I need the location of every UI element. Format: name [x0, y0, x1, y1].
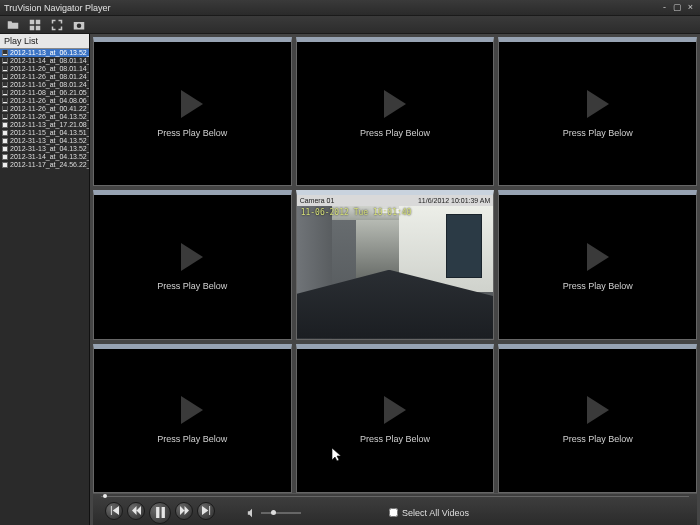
app-title: TruVision Navigator Player [4, 3, 111, 13]
playlist-item[interactable]: 2012-11-26_at_08.01.14_from_Cam [0, 65, 89, 73]
svg-rect-1 [36, 19, 41, 24]
camera-name: Camera 01 [300, 197, 335, 204]
playlist-checkbox[interactable] [2, 66, 8, 72]
playlist-header: Play List [0, 34, 89, 49]
play-icon [384, 90, 406, 118]
playlist-item[interactable]: 2012-31-13_at_04.13.52_from_BCam [0, 145, 89, 153]
playlist-item-label: 2012-11-14_at_08.01.14_from_Cam [10, 57, 89, 65]
video-tile-empty[interactable]: Press Play Below [498, 344, 697, 493]
playlist-checkbox[interactable] [2, 122, 8, 128]
scrub-handle[interactable] [103, 494, 107, 498]
playlist-item[interactable]: 2012-11-26_at_08.01.24_from_Cam [0, 73, 89, 81]
playlist-checkbox[interactable] [2, 154, 8, 160]
video-grid: Press Play BelowPress Play BelowPress Pl… [93, 37, 697, 493]
play-pause-button[interactable] [149, 502, 171, 524]
video-tile-empty[interactable]: Press Play Below [93, 344, 292, 493]
close-button[interactable]: × [685, 2, 696, 13]
svg-rect-7 [161, 507, 164, 518]
press-play-label: Press Play Below [157, 434, 227, 444]
svg-rect-2 [30, 25, 35, 30]
scrub-track[interactable] [101, 496, 689, 497]
playlist-item[interactable]: 2012-11-13_at_06.13.52_from_Cam [0, 49, 89, 57]
playlist-item-label: 2012-11-15_at_04.13.51_from_Cam [10, 129, 89, 137]
playlist-checkbox[interactable] [2, 162, 8, 168]
next-button[interactable] [197, 502, 215, 520]
playlist-item[interactable]: 2012-31-13_at_04.13.52_from_Cam [0, 137, 89, 145]
svg-point-5 [77, 23, 82, 28]
playlist-item-label: 2012-11-26_at_04.13.52_from_Cam [10, 113, 89, 121]
prev-button[interactable] [105, 502, 123, 520]
playlist-item[interactable]: 2012-11-14_at_08.01.14_from_Cam [0, 57, 89, 65]
play-icon [587, 396, 609, 424]
playlist-item[interactable]: 2012-11-08_at_06.21.05_from_Cam [0, 89, 89, 97]
volume-slider[interactable] [261, 512, 301, 514]
playlist-item[interactable]: 2012-11-16_at_08.01.24_from_Cam [0, 81, 89, 89]
playlist-item-label: 2012-11-17_at_24.56.22_from_Cam [10, 161, 89, 169]
video-tile-empty[interactable]: Press Play Below [296, 344, 495, 493]
video-tile-active[interactable]: Camera 0111/6/2012 10:01:39 AM11-06-2012… [296, 190, 495, 339]
playlist-item[interactable]: 2012-11-17_at_24.56.22_from_Cam [0, 161, 89, 169]
play-icon [181, 396, 203, 424]
playlist-checkbox[interactable] [2, 90, 8, 96]
tile-clock: 11/6/2012 10:01:39 AM [418, 197, 490, 204]
fullscreen-icon[interactable] [50, 18, 64, 32]
tile-infobar: Camera 0111/6/2012 10:01:39 AM [297, 195, 494, 206]
press-play-label: Press Play Below [360, 434, 430, 444]
playlist-item-label: 2012-11-26_at_00.41.22_from_Cam [10, 105, 89, 113]
rewind-button[interactable] [127, 502, 145, 520]
snapshot-icon[interactable] [72, 18, 86, 32]
video-tile-empty[interactable]: Press Play Below [296, 37, 495, 186]
playlist-item[interactable]: 2012-31-14_at_04.13.52_from_Cam [0, 153, 89, 161]
playlist-item[interactable]: 2012-11-13_at_17.21.08_from_Cam [0, 121, 89, 129]
fastforward-button[interactable] [175, 502, 193, 520]
playlist-checkbox[interactable] [2, 106, 8, 112]
press-play-label: Press Play Below [563, 128, 633, 138]
playlist-item-label: 2012-11-26_at_08.01.14_from_Cam [10, 65, 89, 73]
svg-rect-3 [36, 25, 41, 30]
playlist-item[interactable]: 2012-11-15_at_04.13.51_from_Cam [0, 129, 89, 137]
minimize-button[interactable]: - [659, 2, 670, 13]
select-all-checkbox[interactable] [389, 508, 398, 517]
volume-control[interactable] [247, 508, 301, 518]
press-play-label: Press Play Below [157, 128, 227, 138]
select-all-videos[interactable]: Select All Videos [389, 508, 469, 518]
video-tile-empty[interactable]: Press Play Below [498, 37, 697, 186]
playlist-item-label: 2012-31-14_at_04.13.52_from_Cam [10, 153, 89, 161]
playlist-checkbox[interactable] [2, 58, 8, 64]
playlist[interactable]: 2012-11-13_at_06.13.52_from_Cam2012-11-1… [0, 49, 89, 169]
playlist-item-label: 2012-11-26_at_04.08.06_from_Cam [10, 97, 89, 105]
playlist-checkbox[interactable] [2, 130, 8, 136]
play-icon [181, 243, 203, 271]
maximize-button[interactable]: ▢ [672, 2, 683, 13]
playlist-item-label: 2012-11-13_at_06.13.52_from_Cam [10, 49, 89, 57]
video-tile-empty[interactable]: Press Play Below [498, 190, 697, 339]
video-tile-empty[interactable]: Press Play Below [93, 190, 292, 339]
playlist-checkbox[interactable] [2, 74, 8, 80]
layout-grid-icon[interactable] [28, 18, 42, 32]
toolbar [0, 16, 700, 34]
open-folder-icon[interactable] [6, 18, 20, 32]
play-icon [384, 396, 406, 424]
playlist-item-label: 2012-11-26_at_08.01.24_from_Cam [10, 73, 89, 81]
video-tile-empty[interactable]: Press Play Below [93, 37, 292, 186]
playlist-item[interactable]: 2012-11-26_at_04.13.52_from_Cam [0, 113, 89, 121]
play-icon [587, 90, 609, 118]
playlist-checkbox[interactable] [2, 98, 8, 104]
press-play-label: Press Play Below [563, 434, 633, 444]
play-icon [587, 243, 609, 271]
playlist-item-label: 2012-31-13_at_04.13.52_from_Cam [10, 137, 89, 145]
playlist-checkbox[interactable] [2, 146, 8, 152]
playlist-checkbox[interactable] [2, 82, 8, 88]
press-play-label: Press Play Below [563, 281, 633, 291]
playlist-checkbox[interactable] [2, 114, 8, 120]
playlist-sidebar: Play List 2012-11-13_at_06.13.52_from_Ca… [0, 34, 90, 525]
press-play-label: Press Play Below [157, 281, 227, 291]
playlist-item[interactable]: 2012-11-26_at_00.41.22_from_Cam [0, 105, 89, 113]
playlist-item[interactable]: 2012-11-26_at_04.08.06_from_Cam [0, 97, 89, 105]
overlay-timestamp: 11-06-2012 Tue 10:01:40 [301, 208, 412, 217]
play-icon [181, 90, 203, 118]
playlist-checkbox[interactable] [2, 138, 8, 144]
playlist-item-label: 2012-11-08_at_06.21.05_from_Cam [10, 89, 89, 97]
svg-rect-0 [30, 19, 35, 24]
playlist-checkbox[interactable] [2, 50, 8, 56]
